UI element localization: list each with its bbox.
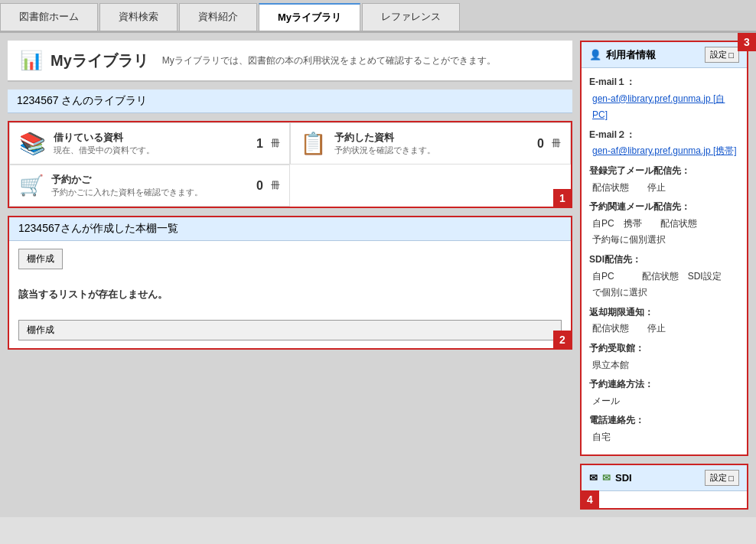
user-info-box: 👤 利用者情報 設定 □ E-mail１： gen-af@library.pre… [580,41,748,456]
settings-icon: □ [728,50,734,60]
email1-value: gen-af@library.pref.gunma.jp [自PC] [589,91,739,124]
reserved-title: 予約した資料 [334,131,530,145]
sdi-dest-label: SDI配信先： [589,252,739,269]
email2-value: gen-af@library.pref.gunma.jp [携帯] [589,143,739,160]
page-title-bar: 📊 Myライブラリ Myライブラリでは、図書館の本の利用状況をまとめて確認するこ… [8,41,572,82]
tab-mylibrary[interactable]: Myライブラリ [259,3,360,31]
sdi-title-text: SDI [615,472,632,484]
sdi-settings-icon: □ [728,474,734,483]
reserved-unit: 冊 [552,137,561,150]
cart-count: 0 [256,179,263,193]
reserve-email-label: 予約関連メール配信先： [589,199,739,216]
return-notify-value: 配信状態 停止 [589,321,739,337]
cart-title: 予約かご [51,173,249,187]
cart-unit: 冊 [271,179,280,192]
cart-info: 予約かご 予約かごに入れた資料を確認できます。 [51,173,249,198]
user-info-title: 👤 利用者情報 [589,48,656,62]
reg-email-value: 配信状態 停止 [589,180,739,197]
tab-home[interactable]: 図書館ホーム [0,3,98,31]
reserved-desc: 予約状況を確認できます。 [334,145,530,156]
borrowed-icon: 📚 [19,131,46,156]
pickup-label: 予約受取館： [589,340,739,357]
cart-icon: 🛒 [19,174,44,197]
sdi-email-icon: ✉ [589,472,598,484]
shelf-empty-message: 該当するリストが存在しません。 [18,282,562,308]
cart-item[interactable]: 🛒 予約かご 予約かごに入れた資料を確認できます。 0 冊 [9,165,290,207]
left-panel: 📊 Myライブラリ Myライブラリでは、図書館の本の利用状況をまとめて確認するこ… [8,41,572,510]
section-number-1: 1 [553,189,572,207]
sdi-wrapper: ✉ ✉ SDI 設定 □ 4 [580,464,748,510]
settings-label: 設定 [710,49,727,60]
shelf-header: 1234567さんが作成した本棚一覧 [9,217,571,241]
sdi-number-badge: 4 [581,490,599,509]
reserved-info: 予約した資料 予約状況を確認できます。 [334,131,530,156]
sdi-settings-button[interactable]: 設定 □ [705,470,739,486]
shelf-create-button-2[interactable]: 棚作成 [18,320,562,340]
shelf-create-button-1[interactable]: 棚作成 [18,249,63,269]
user-info-header: 👤 利用者情報 設定 □ [582,42,747,68]
email2-label: E-mail２： [589,127,739,144]
page-description: Myライブラリでは、図書館の本の利用状況をまとめて確認することができます。 [162,54,496,67]
phone-value: 自宅 [589,429,739,446]
user-library-label: 1234567 さんのライブラリ [8,90,572,113]
borrowed-title: 借りている資料 [54,131,249,145]
contact-method-label: 予約連絡方法： [589,376,739,393]
email2-link[interactable]: gen-af@library.pref.gunma.jp [携帯] [592,145,737,156]
tab-bar: 図書館ホーム 資料検索 資料紹介 Myライブラリ レファレンス [0,0,756,33]
sdi-settings-label: 設定 [710,472,727,484]
tab-reference[interactable]: レファレンス [362,3,460,31]
sdi-dest-value: 自PC 配信状態 SDI設定 で個別に選択 [589,269,739,301]
sdi-icon-colored: ✉ [602,472,611,484]
borrow-grid: 📚 借りている資料 現在、借受中の資料です。 1 冊 📋 予約した資料 予約状況… [9,122,571,207]
shelf-section: 1234567さんが作成した本棚一覧 棚作成 該当するリストが存在しません。 棚… [8,216,572,350]
borrowed-count: 1 [256,137,263,151]
page-title: Myライブラリ [51,50,148,71]
borrowed-unit: 冊 [271,137,280,150]
sdi-title: ✉ ✉ SDI [589,472,632,484]
shelf-content: 棚作成 該当するリストが存在しません。 棚作成 [9,241,571,348]
section-number-2: 2 [553,331,572,349]
email1-link[interactable]: gen-af@library.pref.gunma.jp [自PC] [592,93,725,121]
reserved-item[interactable]: 📋 予約した資料 予約状況を確認できます。 0 冊 [290,122,571,165]
reg-email-label: 登録完了メール配信先： [589,163,739,180]
borrowed-info: 借りている資料 現在、借受中の資料です。 [54,131,249,156]
user-info-wrapper: 3 👤 利用者情報 設定 □ E-mail１： gen-af@l [580,41,748,456]
phone-label: 電話連絡先： [589,412,739,429]
reserved-icon: 📋 [300,131,327,156]
return-notify-label: 返却期限通知： [589,305,739,321]
user-info-title-text: 利用者情報 [606,48,656,62]
user-info-content: E-mail１： gen-af@library.pref.gunma.jp [自… [582,68,747,454]
right-panel: 3 👤 利用者情報 設定 □ E-mail１： gen-af@l [580,41,748,510]
user-person-icon: 👤 [589,49,601,60]
cart-desc: 予約かごに入れた資料を確認できます。 [51,187,249,198]
reserve-email-value: 自PC 携帯 配信状態 予約毎に個別選択 [589,216,739,249]
main-wrapper: 📊 Myライブラリ Myライブラリでは、図書館の本の利用状況をまとめて確認するこ… [0,33,756,517]
user-info-settings-button[interactable]: 設定 □ [705,47,739,63]
borrowed-item[interactable]: 📚 借りている資料 現在、借受中の資料です。 1 冊 [9,122,290,165]
email1-label: E-mail１： [589,74,739,91]
borrow-section: 📚 借りている資料 現在、借受中の資料です。 1 冊 📋 予約した資料 予約状況… [8,121,572,208]
sdi-box-header: ✉ ✉ SDI 設定 □ [582,465,747,491]
tab-intro[interactable]: 資料紹介 [179,3,257,31]
reserved-count: 0 [537,137,544,151]
sdi-box: ✉ ✉ SDI 設定 □ 4 [580,464,748,510]
borrowed-desc: 現在、借受中の資料です。 [54,145,249,156]
badge-3: 3 [738,33,756,51]
contact-method-value: メール [589,393,739,410]
mylibrary-icon: 📊 [20,50,43,71]
tab-search[interactable]: 資料検索 [99,3,178,31]
pickup-value: 県立本館 [589,357,739,374]
